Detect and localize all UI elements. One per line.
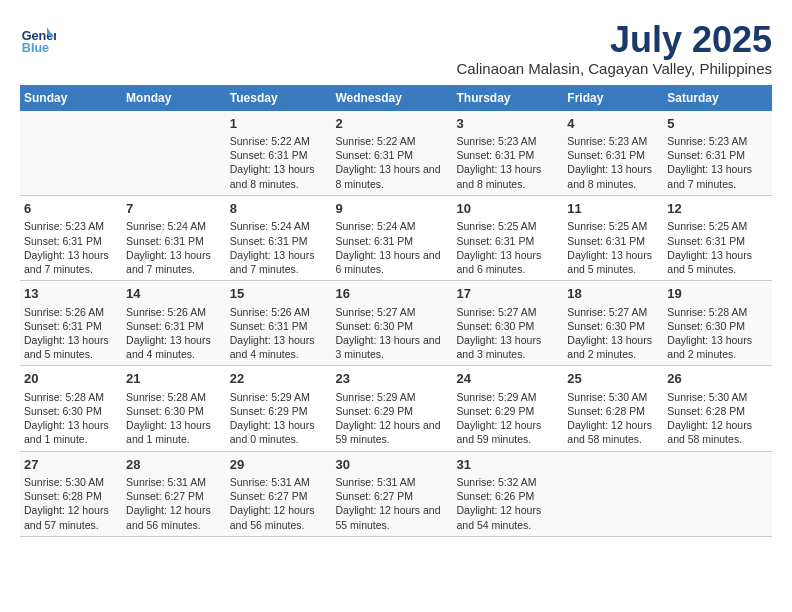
day-number: 14 bbox=[126, 285, 222, 303]
day-number: 15 bbox=[230, 285, 328, 303]
calendar-day: 17Sunrise: 5:27 AM Sunset: 6:30 PM Dayli… bbox=[453, 281, 564, 366]
logo: General Blue General Blue bbox=[20, 20, 56, 56]
day-detail: Sunrise: 5:25 AM Sunset: 6:31 PM Dayligh… bbox=[667, 219, 768, 276]
day-number: 25 bbox=[567, 370, 659, 388]
day-detail: Sunrise: 5:26 AM Sunset: 6:31 PM Dayligh… bbox=[24, 305, 118, 362]
calendar-day: 2Sunrise: 5:22 AM Sunset: 6:31 PM Daylig… bbox=[331, 111, 452, 196]
calendar-week-1: 1Sunrise: 5:22 AM Sunset: 6:31 PM Daylig… bbox=[20, 111, 772, 196]
day-number: 22 bbox=[230, 370, 328, 388]
day-detail: Sunrise: 5:28 AM Sunset: 6:30 PM Dayligh… bbox=[126, 390, 222, 447]
day-number: 5 bbox=[667, 115, 768, 133]
header-saturday: Saturday bbox=[663, 85, 772, 111]
calendar-day bbox=[20, 111, 122, 196]
title-block: July 2025 Calinaoan Malasin, Cagayan Val… bbox=[457, 20, 772, 77]
day-detail: Sunrise: 5:30 AM Sunset: 6:28 PM Dayligh… bbox=[24, 475, 118, 532]
logo-icon: General Blue bbox=[20, 20, 56, 56]
calendar-day: 1Sunrise: 5:22 AM Sunset: 6:31 PM Daylig… bbox=[226, 111, 332, 196]
calendar-day: 5Sunrise: 5:23 AM Sunset: 6:31 PM Daylig… bbox=[663, 111, 772, 196]
day-detail: Sunrise: 5:26 AM Sunset: 6:31 PM Dayligh… bbox=[126, 305, 222, 362]
calendar-week-5: 27Sunrise: 5:30 AM Sunset: 6:28 PM Dayli… bbox=[20, 451, 772, 536]
svg-text:Blue: Blue bbox=[22, 41, 49, 55]
calendar-day: 31Sunrise: 5:32 AM Sunset: 6:26 PM Dayli… bbox=[453, 451, 564, 536]
day-number: 6 bbox=[24, 200, 118, 218]
header-monday: Monday bbox=[122, 85, 226, 111]
day-number: 17 bbox=[457, 285, 560, 303]
day-detail: Sunrise: 5:24 AM Sunset: 6:31 PM Dayligh… bbox=[126, 219, 222, 276]
calendar-day: 29Sunrise: 5:31 AM Sunset: 6:27 PM Dayli… bbox=[226, 451, 332, 536]
day-number: 12 bbox=[667, 200, 768, 218]
day-number: 21 bbox=[126, 370, 222, 388]
header-thursday: Thursday bbox=[453, 85, 564, 111]
day-number: 10 bbox=[457, 200, 560, 218]
day-number: 26 bbox=[667, 370, 768, 388]
calendar-day: 22Sunrise: 5:29 AM Sunset: 6:29 PM Dayli… bbox=[226, 366, 332, 451]
header-wednesday: Wednesday bbox=[331, 85, 452, 111]
day-detail: Sunrise: 5:29 AM Sunset: 6:29 PM Dayligh… bbox=[457, 390, 560, 447]
day-detail: Sunrise: 5:31 AM Sunset: 6:27 PM Dayligh… bbox=[230, 475, 328, 532]
day-number: 19 bbox=[667, 285, 768, 303]
calendar-day: 16Sunrise: 5:27 AM Sunset: 6:30 PM Dayli… bbox=[331, 281, 452, 366]
day-detail: Sunrise: 5:31 AM Sunset: 6:27 PM Dayligh… bbox=[335, 475, 448, 532]
day-detail: Sunrise: 5:23 AM Sunset: 6:31 PM Dayligh… bbox=[457, 134, 560, 191]
day-detail: Sunrise: 5:27 AM Sunset: 6:30 PM Dayligh… bbox=[457, 305, 560, 362]
day-detail: Sunrise: 5:29 AM Sunset: 6:29 PM Dayligh… bbox=[335, 390, 448, 447]
calendar-day: 8Sunrise: 5:24 AM Sunset: 6:31 PM Daylig… bbox=[226, 195, 332, 280]
calendar-day: 20Sunrise: 5:28 AM Sunset: 6:30 PM Dayli… bbox=[20, 366, 122, 451]
day-number: 20 bbox=[24, 370, 118, 388]
day-detail: Sunrise: 5:25 AM Sunset: 6:31 PM Dayligh… bbox=[457, 219, 560, 276]
header-tuesday: Tuesday bbox=[226, 85, 332, 111]
day-number: 16 bbox=[335, 285, 448, 303]
day-number: 13 bbox=[24, 285, 118, 303]
calendar-day: 10Sunrise: 5:25 AM Sunset: 6:31 PM Dayli… bbox=[453, 195, 564, 280]
day-detail: Sunrise: 5:22 AM Sunset: 6:31 PM Dayligh… bbox=[335, 134, 448, 191]
calendar-day: 27Sunrise: 5:30 AM Sunset: 6:28 PM Dayli… bbox=[20, 451, 122, 536]
calendar-day: 18Sunrise: 5:27 AM Sunset: 6:30 PM Dayli… bbox=[563, 281, 663, 366]
day-detail: Sunrise: 5:23 AM Sunset: 6:31 PM Dayligh… bbox=[24, 219, 118, 276]
day-number: 8 bbox=[230, 200, 328, 218]
calendar-table: SundayMondayTuesdayWednesdayThursdayFrid… bbox=[20, 85, 772, 537]
calendar-day: 3Sunrise: 5:23 AM Sunset: 6:31 PM Daylig… bbox=[453, 111, 564, 196]
calendar-day bbox=[122, 111, 226, 196]
day-number: 9 bbox=[335, 200, 448, 218]
day-detail: Sunrise: 5:31 AM Sunset: 6:27 PM Dayligh… bbox=[126, 475, 222, 532]
day-number: 29 bbox=[230, 456, 328, 474]
day-detail: Sunrise: 5:30 AM Sunset: 6:28 PM Dayligh… bbox=[567, 390, 659, 447]
day-number: 23 bbox=[335, 370, 448, 388]
calendar-day: 28Sunrise: 5:31 AM Sunset: 6:27 PM Dayli… bbox=[122, 451, 226, 536]
calendar-day: 7Sunrise: 5:24 AM Sunset: 6:31 PM Daylig… bbox=[122, 195, 226, 280]
day-number: 4 bbox=[567, 115, 659, 133]
calendar-day: 4Sunrise: 5:23 AM Sunset: 6:31 PM Daylig… bbox=[563, 111, 663, 196]
calendar-week-4: 20Sunrise: 5:28 AM Sunset: 6:30 PM Dayli… bbox=[20, 366, 772, 451]
day-number: 11 bbox=[567, 200, 659, 218]
calendar-day bbox=[563, 451, 663, 536]
day-detail: Sunrise: 5:26 AM Sunset: 6:31 PM Dayligh… bbox=[230, 305, 328, 362]
day-number: 2 bbox=[335, 115, 448, 133]
day-detail: Sunrise: 5:24 AM Sunset: 6:31 PM Dayligh… bbox=[335, 219, 448, 276]
day-number: 3 bbox=[457, 115, 560, 133]
day-detail: Sunrise: 5:24 AM Sunset: 6:31 PM Dayligh… bbox=[230, 219, 328, 276]
day-detail: Sunrise: 5:23 AM Sunset: 6:31 PM Dayligh… bbox=[667, 134, 768, 191]
day-number: 31 bbox=[457, 456, 560, 474]
calendar-day: 13Sunrise: 5:26 AM Sunset: 6:31 PM Dayli… bbox=[20, 281, 122, 366]
day-detail: Sunrise: 5:27 AM Sunset: 6:30 PM Dayligh… bbox=[567, 305, 659, 362]
calendar-day: 30Sunrise: 5:31 AM Sunset: 6:27 PM Dayli… bbox=[331, 451, 452, 536]
day-detail: Sunrise: 5:22 AM Sunset: 6:31 PM Dayligh… bbox=[230, 134, 328, 191]
calendar-day: 9Sunrise: 5:24 AM Sunset: 6:31 PM Daylig… bbox=[331, 195, 452, 280]
day-number: 18 bbox=[567, 285, 659, 303]
calendar-day: 23Sunrise: 5:29 AM Sunset: 6:29 PM Dayli… bbox=[331, 366, 452, 451]
header-friday: Friday bbox=[563, 85, 663, 111]
calendar-day: 15Sunrise: 5:26 AM Sunset: 6:31 PM Dayli… bbox=[226, 281, 332, 366]
calendar-day: 19Sunrise: 5:28 AM Sunset: 6:30 PM Dayli… bbox=[663, 281, 772, 366]
header-sunday: Sunday bbox=[20, 85, 122, 111]
day-detail: Sunrise: 5:28 AM Sunset: 6:30 PM Dayligh… bbox=[24, 390, 118, 447]
calendar-week-3: 13Sunrise: 5:26 AM Sunset: 6:31 PM Dayli… bbox=[20, 281, 772, 366]
calendar-day: 21Sunrise: 5:28 AM Sunset: 6:30 PM Dayli… bbox=[122, 366, 226, 451]
calendar-week-2: 6Sunrise: 5:23 AM Sunset: 6:31 PM Daylig… bbox=[20, 195, 772, 280]
subtitle: Calinaoan Malasin, Cagayan Valley, Phili… bbox=[457, 60, 772, 77]
calendar-day: 6Sunrise: 5:23 AM Sunset: 6:31 PM Daylig… bbox=[20, 195, 122, 280]
day-detail: Sunrise: 5:28 AM Sunset: 6:30 PM Dayligh… bbox=[667, 305, 768, 362]
day-detail: Sunrise: 5:27 AM Sunset: 6:30 PM Dayligh… bbox=[335, 305, 448, 362]
day-number: 7 bbox=[126, 200, 222, 218]
calendar-day: 12Sunrise: 5:25 AM Sunset: 6:31 PM Dayli… bbox=[663, 195, 772, 280]
calendar-day: 24Sunrise: 5:29 AM Sunset: 6:29 PM Dayli… bbox=[453, 366, 564, 451]
